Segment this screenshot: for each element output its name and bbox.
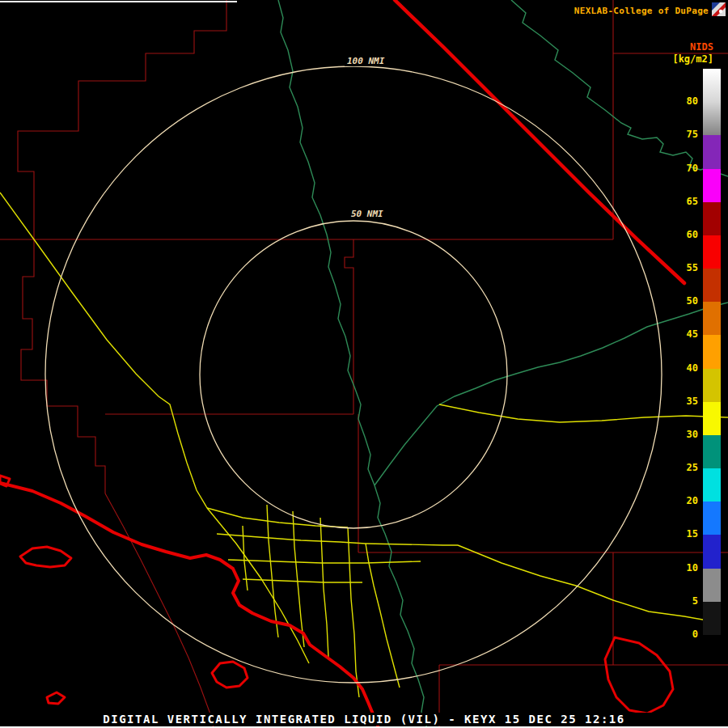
colorbar-tick: 0 (692, 629, 698, 640)
colorbar-segment (703, 335, 721, 368)
colorbar-segment (703, 435, 721, 468)
cod-logo-icon (712, 2, 726, 16)
colorbar-tick: 45 (687, 328, 698, 340)
network-label: NIDS (690, 41, 713, 53)
colorbar-tick: 55 (687, 262, 698, 273)
colorbar-tick: 5 (692, 595, 698, 607)
status-bar: DIGITAL VERTICALLY INTEGRATED LIQUID (VI… (0, 713, 728, 726)
colorbar-segment (703, 135, 721, 168)
highways (0, 193, 728, 697)
colorbar-tick: 35 (687, 396, 698, 407)
radar-display: NEXLAB-College of DuPage NIDS [kg/m2] 80… (0, 0, 728, 728)
colorbar-tick: 75 (687, 129, 698, 140)
colorbar-tick: 25 (687, 462, 698, 473)
colorbar-tick: 65 (687, 196, 698, 207)
colorbar-segment (703, 468, 721, 502)
colorbar-segment (703, 69, 721, 102)
colorbar-tick: 40 (687, 362, 698, 374)
colorbar-segment (703, 502, 721, 535)
colorbar-tick: 60 (687, 229, 698, 240)
colorbar-segment (703, 402, 721, 435)
colorbar-segment (703, 302, 721, 335)
colorbar-segment (703, 202, 721, 235)
colorbar-segment (703, 369, 721, 402)
radar-map (0, 0, 728, 728)
islands (0, 476, 673, 713)
colorbar-segment (703, 602, 721, 635)
colorbar-tick: 10 (687, 562, 698, 574)
colorbar-segment (703, 235, 721, 269)
units-label: [kg/m2] (672, 53, 713, 65)
colorbar-segment (703, 169, 721, 202)
product-title: DIGITAL VERTICALLY INTEGRATED LIQUID (VI… (103, 713, 624, 726)
colorbar (703, 69, 721, 635)
range-label-100nmi: 100 NMI (345, 56, 387, 66)
range-label-50nmi: 50 NMI (349, 209, 386, 219)
colorbar-tick: 70 (687, 163, 698, 174)
colorbar-tick: 30 (687, 429, 698, 440)
colorbar-tick: 80 (687, 95, 698, 107)
site-title: NEXLAB-College of DuPage (574, 6, 709, 16)
colorbar-tick: 20 (687, 495, 698, 506)
colorbar-segment (703, 269, 721, 302)
state-border (395, 0, 684, 283)
top-border-line (0, 1, 237, 2)
county-boundaries (0, 0, 728, 728)
colorbar-tick: 50 (687, 295, 698, 307)
colorbar-segment (703, 535, 721, 568)
colorbar-tick: 15 (687, 528, 698, 540)
colorbar-segment (703, 569, 721, 602)
colorbar-segment (703, 102, 721, 135)
